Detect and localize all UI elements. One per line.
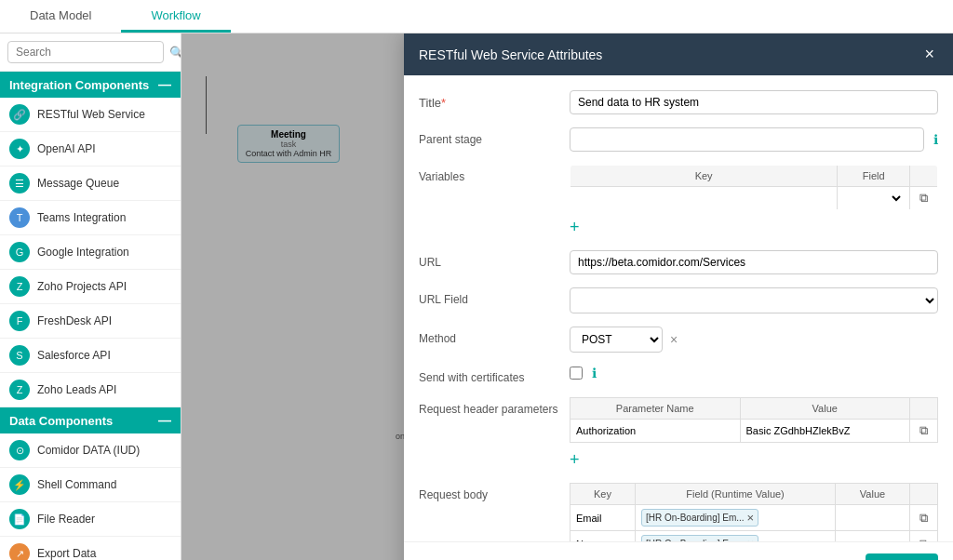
google-icon: G [9,242,30,262]
req-value-input[interactable] [746,425,905,436]
sidebar-item-restful[interactable]: 🔗 RESTful Web Service [0,98,181,132]
url-field-row: URL Field [419,287,938,313]
sidebar-item-google[interactable]: G Google Integration [0,235,181,270]
var-field-select[interactable] [843,192,904,205]
send-cert-checkbox-row: ℹ [570,366,938,380]
variables-label: Variables [419,165,558,183]
modal-footer: Save [404,541,953,560]
send-cert-checkbox[interactable] [570,367,583,380]
title-label: Title* [419,90,558,110]
openai-label: OpenAI API [37,142,96,155]
body-field-cell-0: [HR On-Boarding] Em... × [641,509,829,527]
modal-overlay: RESTful Web Service Attributes × Title* [181,33,953,560]
tab-workflow[interactable]: Workflow [121,0,230,33]
body-data-row: [HR On-Boarding] Em... × ⧉ [570,505,938,531]
parent-stage-control: ℹ [570,127,938,152]
main-layout: 🔍 + Path Type Classic Integration Compon… [0,33,953,560]
body-value-input-0[interactable] [841,513,904,524]
parent-stage-input[interactable] [570,127,924,152]
var-field-header: Field [838,166,910,187]
restful-modal: RESTful Web Service Attributes × Title* [404,33,953,560]
export-label: Export Data [37,547,96,560]
tab-data-model[interactable]: Data Model [0,0,121,33]
req-header-data-row: ⧉ [570,420,938,443]
sidebar-item-freshdesk[interactable]: F FreshDesk API [0,304,181,339]
zoho-leads-label: Zoho Leads API [37,383,116,396]
url-field-control [570,287,938,313]
url-row: URL [419,250,938,274]
modal-title: RESTful Web Service Attributes [419,47,602,62]
add-req-header-button[interactable]: + [570,450,580,470]
sidebar-item-zoho-leads[interactable]: Z Zoho Leads API [0,373,181,407]
title-input[interactable] [570,90,938,114]
req-param-header: Parameter Name [570,398,741,420]
sidebar-item-zoho-projects[interactable]: Z Zoho Projects API [0,270,181,304]
method-clear-button[interactable]: × [670,332,678,347]
file-reader-icon: 📄 [9,509,30,529]
url-control [570,250,938,274]
var-copy-icon[interactable]: ⧉ [919,191,928,205]
save-button[interactable]: Save [866,553,938,560]
sidebar-item-export[interactable]: ↗ Export Data [0,537,181,560]
google-label: Google Integration [37,246,129,259]
var-key-header: Key [570,166,838,187]
restful-icon: 🔗 [9,104,30,125]
workflow-canvas[interactable]: HR: On-Bo... Department Manager Not agre… [181,33,953,560]
sidebar-item-teams[interactable]: T Teams Integration [0,201,181,235]
body-table: Key Field (Runtime Value) Value [ [570,483,938,541]
sidebar-item-shell[interactable]: ⚡ Shell Command [0,468,181,502]
data-section-header[interactable]: Data Components — [0,407,181,433]
send-cert-control: ℹ [570,366,938,380]
freshdesk-icon: F [9,311,30,331]
method-input-row: POST GET PUT DELETE × [570,327,938,353]
method-row: Method POST GET PUT DELETE × [419,327,938,353]
req-value-header: Value [740,398,910,420]
teams-label: Teams Integration [37,211,126,224]
integration-collapse-icon: — [158,77,171,92]
sidebar-item-openai[interactable]: ✦ OpenAI API [0,132,181,167]
sidebar-item-salesforce[interactable]: S Salesforce API [0,339,181,373]
freshdesk-label: FreshDesk API [37,314,112,327]
shell-label: Shell Command [37,478,116,491]
comidor-label: Comidor DATA (IUD) [37,444,140,457]
body-copy-icon-0[interactable]: ⧉ [919,511,928,525]
integration-section-header[interactable]: Integration Components — [0,72,181,98]
add-variable-button[interactable]: + [570,218,580,237]
req-param-input[interactable] [576,425,734,436]
body-key-header: Key [570,484,636,505]
req-header-row: Request header parameters Parameter Name… [419,397,938,470]
parent-stage-label: Parent stage [419,127,558,146]
data-collapse-icon: — [158,413,171,428]
body-action-header [910,484,938,505]
sidebar-item-message-queue[interactable]: ☰ Message Queue [0,167,181,201]
var-action-header [910,166,938,187]
search-row: 🔍 + Path Type Classic [0,33,181,72]
body-field-tag-1: [HR On-Boarding] Em... × [641,535,758,541]
req-body-label: Request body [419,483,558,501]
modal-header: RESTful Web Service Attributes × [404,33,953,75]
search-input[interactable] [7,41,164,63]
req-copy-icon[interactable]: ⧉ [919,423,928,437]
export-icon: ↗ [9,543,30,560]
top-tabs-bar: Data Model Workflow [0,0,953,33]
var-key-input[interactable] [576,193,831,204]
req-body-control: Key Field (Runtime Value) Value [ [570,483,938,541]
url-label: URL [419,250,558,269]
sidebar-item-file-reader[interactable]: 📄 File Reader [0,502,181,537]
modal-close-button[interactable]: × [920,45,938,64]
send-cert-label: Send with certificates [419,366,558,384]
tag-x-icon-0[interactable]: × [747,511,755,525]
zoho-projects-label: Zoho Projects API [37,280,127,293]
openai-icon: ✦ [9,139,30,159]
url-field-select[interactable] [570,287,938,313]
title-required-star: * [441,96,446,110]
method-select[interactable]: POST GET PUT DELETE [570,327,663,353]
url-input[interactable] [570,250,938,274]
parent-stage-row: Parent stage ℹ [419,127,938,152]
body-key-input-0[interactable] [576,513,629,524]
sidebar-item-comidor[interactable]: ⊙ Comidor DATA (IUD) [0,433,181,468]
salesforce-label: Salesforce API [37,349,111,362]
zoho-projects-icon: Z [9,276,30,297]
variables-control: Key Field [570,165,938,237]
body-field-cell-1: [HR On-Boarding] Em... × [641,535,829,541]
